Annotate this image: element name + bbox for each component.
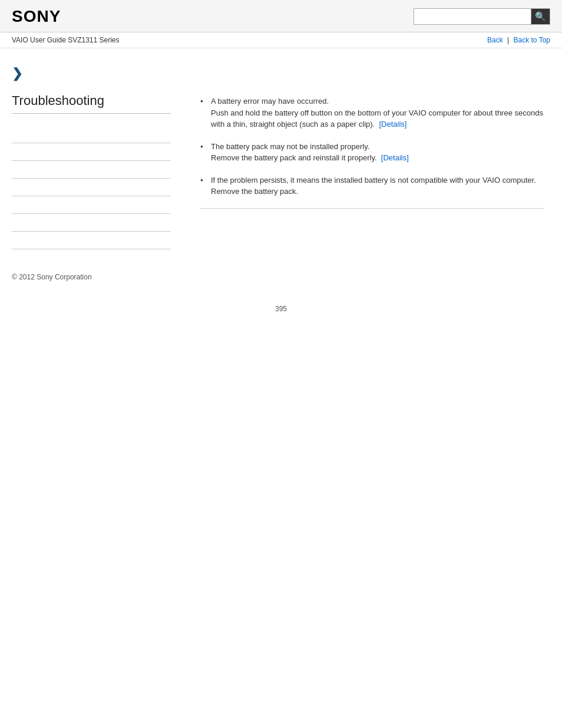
back-to-top-link[interactable]: Back to Top <box>514 36 550 44</box>
breadcrumb: VAIO User Guide SVZ1311 Series <box>12 36 120 44</box>
bullet-list: ● A battery error may have occurred. Pus… <box>200 95 544 197</box>
search-input[interactable] <box>414 8 531 25</box>
list-item[interactable] <box>12 143 171 161</box>
list-item[interactable] <box>12 214 171 232</box>
bullet-detail: Remove the battery pack and reinstall it… <box>211 153 409 162</box>
bullet-detail: Push and hold the battery off button on … <box>211 108 543 129</box>
list-item: ● A battery error may have occurred. Pus… <box>200 95 544 130</box>
bullet-dot: ● <box>200 143 211 150</box>
details-link-1[interactable]: [Details] <box>379 120 406 129</box>
page-number: 395 <box>0 293 562 325</box>
list-item[interactable] <box>12 179 171 196</box>
search-icon: 🔍 <box>535 11 546 22</box>
bullet-title: A battery error may have occurred. <box>211 97 329 106</box>
bullet-content: The battery pack may not be installed pr… <box>211 141 544 164</box>
list-item[interactable] <box>12 126 171 143</box>
copyright-text: © 2012 Sony Corporation <box>12 273 92 281</box>
bullet-content: If the problem persists, it means the in… <box>211 174 544 197</box>
list-item: ● If the problem persists, it means the … <box>200 174 544 197</box>
bullet-detail: Remove the battery pack. <box>211 187 298 196</box>
details-link-2[interactable]: [Details] <box>381 153 409 162</box>
main-content: ● A battery error may have occurred. Pus… <box>183 48 562 261</box>
page-header: SONY 🔍 <box>0 0 562 32</box>
list-item[interactable] <box>12 196 171 214</box>
sony-logo: SONY <box>12 7 61 26</box>
list-item[interactable] <box>12 161 171 179</box>
bullet-title: The battery pack may not be installed pr… <box>211 142 369 151</box>
nav-divider: | <box>507 36 509 44</box>
section-divider <box>200 208 544 209</box>
bullet-content: A battery error may have occurred. Push … <box>211 95 544 130</box>
nav-links: Back | Back to Top <box>487 36 550 44</box>
sidebar-chevron-icon: ❯ <box>12 66 171 81</box>
troubleshoot-section: ● A battery error may have occurred. Pus… <box>200 95 544 209</box>
sidebar-nav <box>12 126 171 249</box>
sidebar-title: Troubleshooting <box>12 93 171 114</box>
bullet-dot: ● <box>200 98 211 105</box>
back-link[interactable]: Back <box>487 36 503 44</box>
search-container: 🔍 <box>414 8 550 25</box>
bullet-title: If the problem persists, it means the in… <box>211 176 536 185</box>
nav-bar: VAIO User Guide SVZ1311 Series Back | Ba… <box>0 32 562 48</box>
search-button[interactable]: 🔍 <box>531 8 550 25</box>
list-item[interactable] <box>12 232 171 249</box>
list-item: ● The battery pack may not be installed … <box>200 141 544 164</box>
content-area: ❯ Troubleshooting ● A battery error may … <box>0 48 562 261</box>
sidebar: ❯ Troubleshooting <box>0 48 183 261</box>
footer: © 2012 Sony Corporation <box>0 261 562 293</box>
bullet-dot: ● <box>200 177 211 184</box>
